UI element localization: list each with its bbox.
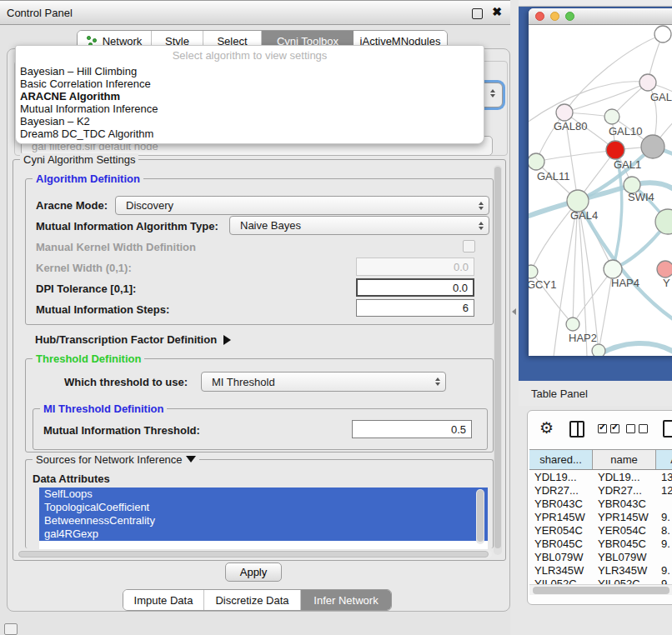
network-node-label: GAL1 xyxy=(614,158,641,171)
algorithm-dropdown-prompt: Select algorithm to view settings xyxy=(16,46,484,65)
mi-steps-field[interactable]: 6 xyxy=(356,299,474,317)
table-row[interactable]: YBR045CYBR045C9. xyxy=(529,537,672,550)
network-node-gal10[interactable] xyxy=(604,109,619,124)
table-row[interactable]: YLR345WYLR345W9. xyxy=(529,563,672,577)
network-node[interactable] xyxy=(641,135,664,158)
table-row[interactable]: YER054CYER054C8. xyxy=(529,523,672,537)
mi-threshold-field[interactable]: 0.5 xyxy=(352,420,472,438)
algorithm-option[interactable]: Mutual Information Inference xyxy=(16,102,484,115)
network-canvas[interactable]: GALGAL80GAL10GAL1GAL11SWI4GAL4GCY1HAP4YH… xyxy=(529,25,672,356)
dpi-tolerance-field[interactable]: 0.0 xyxy=(356,278,474,297)
collapse-left-icon[interactable] xyxy=(512,308,516,315)
column-header-shared-name[interactable]: shared... xyxy=(529,450,593,469)
table-cell: 9. xyxy=(656,538,672,550)
network-node[interactable] xyxy=(655,209,672,234)
mi-type-label: Mutual Information Algorithm Type: xyxy=(36,220,218,232)
threshold-definition-title: Threshold Definition xyxy=(33,352,144,365)
network-edge[interactable] xyxy=(529,82,648,125)
table-row[interactable]: YDR27...YDR27...12 xyxy=(529,483,672,497)
columns-icon[interactable] xyxy=(569,421,584,438)
aracne-mode-select[interactable]: Discovery xyxy=(115,196,489,215)
network-node-gal[interactable] xyxy=(639,74,656,91)
mi-type-select[interactable]: Naive Bayes xyxy=(229,216,489,235)
tab-infer-network[interactable]: Infer Network xyxy=(301,590,391,610)
hub-definition-expander[interactable]: Hub/Transcription Factor Definition xyxy=(35,333,231,346)
which-threshold-select[interactable]: MI Threshold xyxy=(201,372,446,392)
network-node-label: GAL80 xyxy=(554,120,587,132)
attribute-list-item[interactable]: gal4RGexp xyxy=(39,528,488,541)
network-node-gcy1[interactable] xyxy=(529,265,538,278)
network-node-y[interactable] xyxy=(657,261,672,278)
network-edge[interactable] xyxy=(564,82,648,112)
manual-kernel-checkbox[interactable] xyxy=(463,240,475,252)
attribute-list-item[interactable]: BetweennessCentrality xyxy=(39,514,488,528)
minimize-light[interactable] xyxy=(550,12,559,21)
algorithm-option[interactable]: Dream8 DC_TDC Algorithm xyxy=(16,128,484,140)
tab-impute-data[interactable]: Impute Data xyxy=(123,590,204,610)
network-view-window[interactable]: GALGAL80GAL10GAL1GAL11SWI4GAL4GCY1HAP4YH… xyxy=(529,8,672,356)
mi-type-value: Naive Bayes xyxy=(240,219,301,232)
kernel-width-label: Kernel Width (0,1): xyxy=(36,262,132,274)
network-node[interactable] xyxy=(654,26,671,42)
panel-splitter[interactable] xyxy=(510,0,519,635)
app-root: Control Panel ✖ NetworkStyleSelectCyni T… xyxy=(0,0,672,635)
settings-horizontal-scrollbar[interactable] xyxy=(17,550,492,558)
expander-down-icon xyxy=(186,456,196,462)
network-node-label: GAL10 xyxy=(609,125,642,138)
table-cell: YBL079W xyxy=(593,551,656,563)
table-cell: 9. xyxy=(656,564,672,577)
close-light[interactable] xyxy=(535,12,544,21)
deselect-all-checkboxes-icon[interactable] xyxy=(626,424,648,433)
network-edge-highlighted[interactable] xyxy=(595,343,672,356)
minimized-panel-icon[interactable] xyxy=(4,623,18,635)
table-row[interactable]: YPR145WYPR145W9. xyxy=(529,510,672,523)
apply-button[interactable]: Apply xyxy=(225,562,282,582)
table-header-row: shared... name A xyxy=(529,449,672,470)
attribute-list-item[interactable]: SelfLoops xyxy=(39,488,488,501)
table-cell: YER054C xyxy=(593,524,656,537)
network-desktop: GALGAL80GAL10GAL1GAL11SWI4GAL4GCY1HAP4YH… xyxy=(519,7,672,381)
attributes-list-scrollbar[interactable] xyxy=(476,489,484,544)
sources-title[interactable]: Sources for Network Inference xyxy=(33,453,199,466)
attribute-list-item[interactable]: TopologicalCoefficient xyxy=(39,501,488,514)
table-panel-title: Table Panel xyxy=(531,388,588,400)
zoom-light[interactable] xyxy=(565,12,574,21)
mi-threshold-title: MI Threshold Definition xyxy=(40,402,167,415)
table-row[interactable]: YBR043CYBR043C xyxy=(529,497,672,510)
select-all-checkboxes-icon[interactable] xyxy=(598,424,619,433)
float-window-icon[interactable] xyxy=(472,8,483,19)
gear-icon[interactable]: ⚙ xyxy=(539,420,554,436)
network-node-label: GCY1 xyxy=(529,278,556,291)
algorithm-option[interactable]: Bayesian – K2 xyxy=(16,115,484,128)
algorithm-option[interactable]: Basic Correlation Inference xyxy=(16,78,484,90)
close-icon[interactable]: ✖ xyxy=(492,5,502,18)
sources-title-text: Sources for Network Inference xyxy=(36,453,183,466)
network-node-hap2[interactable] xyxy=(566,318,579,331)
network-node-hap4[interactable] xyxy=(604,260,622,278)
network-node-label: SWI4 xyxy=(628,191,654,203)
network-node-gal80[interactable] xyxy=(556,104,573,121)
network-edge[interactable] xyxy=(564,34,663,112)
threshold-definition-group: Threshold Definition Which threshold to … xyxy=(25,358,494,452)
table-horizontal-scrollbar[interactable] xyxy=(529,584,672,595)
table-card: ⚙ shared... name A YDL19...YDL19...13YDR… xyxy=(527,410,672,605)
column-header-name[interactable]: name xyxy=(593,450,656,469)
table-row[interactable]: YDL19...YDL19...13 xyxy=(529,470,672,483)
table-cell: YDL19... xyxy=(593,471,656,483)
table-row[interactable]: YBL079WYBL079W xyxy=(529,550,672,563)
table-cell: YLR345W xyxy=(529,564,593,577)
tab-label: Impute Data xyxy=(134,594,193,607)
network-node-gal11[interactable] xyxy=(529,153,544,170)
kernel-width-field[interactable]: 0.0 xyxy=(356,258,474,276)
algorithm-option[interactable]: ARACNE Algorithm xyxy=(16,90,484,102)
network-node[interactable] xyxy=(592,344,605,356)
algorithm-option[interactable]: Bayesian – Hill Climbing xyxy=(16,65,484,78)
table-row[interactable]: YIL052CYIL052C9 xyxy=(529,577,672,584)
tab-discretize-data[interactable]: Discretize Data xyxy=(204,590,301,610)
file-icon[interactable] xyxy=(663,420,672,438)
network-edge[interactable] xyxy=(536,150,615,162)
column-header-third[interactable]: A xyxy=(656,450,672,469)
network-node-gal1[interactable] xyxy=(606,141,624,159)
network-window-titlebar[interactable] xyxy=(529,8,672,25)
settings-vertical-scrollbar[interactable] xyxy=(494,165,502,555)
